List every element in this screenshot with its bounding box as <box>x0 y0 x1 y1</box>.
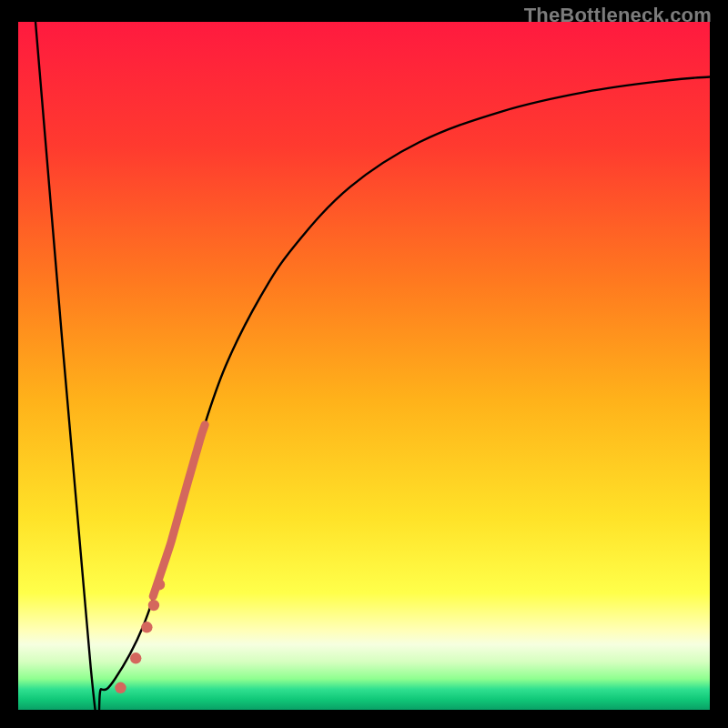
data-point <box>154 579 165 590</box>
watermark-text: TheBottleneck.com <box>524 4 712 27</box>
data-point <box>115 682 126 693</box>
bottleneck-chart <box>0 0 728 728</box>
data-point <box>130 652 141 663</box>
data-point <box>141 622 152 632</box>
chart-frame: TheBottleneck.com <box>0 0 728 728</box>
data-point <box>148 600 159 611</box>
gradient-background <box>18 22 710 710</box>
